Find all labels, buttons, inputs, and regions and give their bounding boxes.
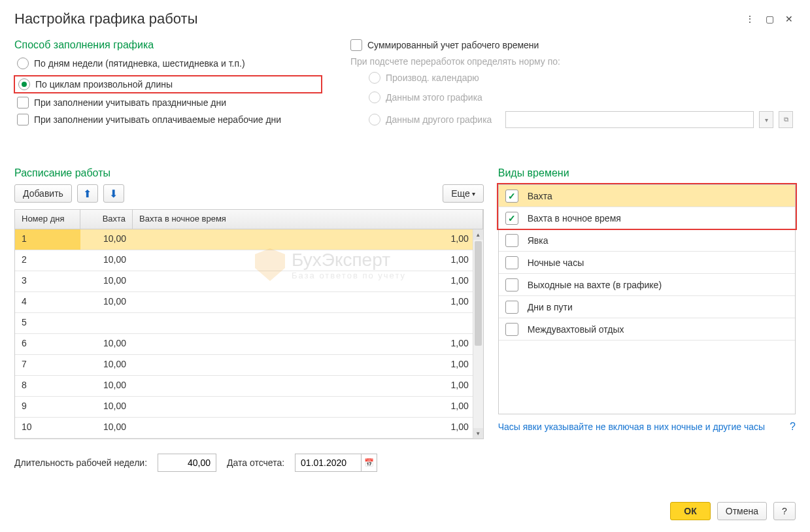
cell-shift: 10,00	[80, 355, 133, 375]
radio-norm-calendar: Производ. календарю	[366, 71, 796, 85]
time-type-label: Ночные часы	[528, 258, 584, 268]
checkbox-label: При заполнении учитывать праздничные дни	[34, 97, 226, 108]
window-title: Настройка графика работы	[14, 10, 197, 27]
checkbox-label: При заполнении учитывать оплачиваемые не…	[34, 114, 281, 125]
cell-day: 6	[15, 334, 80, 354]
checkbox-icon[interactable]	[505, 190, 518, 203]
cell-shift: 10,00	[80, 397, 133, 417]
radio-by-weekdays[interactable]: По дням недели (пятидневка, шестидневка …	[14, 56, 322, 71]
checkbox-paid-nonwork[interactable]: При заполнении учитывать оплачиваемые не…	[14, 114, 322, 125]
table-row[interactable]: 410,001,00	[15, 292, 483, 313]
cancel-button[interactable]: Отмена	[717, 502, 767, 520]
add-button[interactable]: Добавить	[14, 184, 72, 203]
radio-norm-other: Данным другого графика ▾ ⧉	[366, 110, 796, 129]
radio-icon	[369, 72, 380, 84]
cell-night: 1,00	[133, 397, 483, 417]
calendar-icon[interactable]: 📅	[361, 454, 377, 471]
checkbox-summed[interactable]: Суммированный учет рабочего времени	[348, 39, 796, 51]
checkbox-icon	[17, 114, 29, 125]
checkbox-icon[interactable]	[505, 278, 518, 291]
cell-night: 1,00	[133, 292, 483, 312]
cell-night: 1,00	[133, 271, 483, 291]
cell-shift: 10,00	[80, 418, 133, 438]
time-type-row[interactable]: Дни в пути	[499, 296, 795, 318]
table-row[interactable]: 5	[15, 313, 483, 334]
help-button[interactable]: ?	[773, 502, 796, 520]
move-down-button[interactable]: ⬇	[103, 184, 124, 203]
cell-day: 5	[15, 313, 80, 333]
scroll-down-icon[interactable]: ▼	[473, 428, 483, 439]
radio-by-cycles[interactable]: По циклам произвольной длины	[14, 76, 322, 93]
time-type-row[interactable]: Вахта	[499, 185, 795, 207]
col-shift[interactable]: Вахта	[80, 210, 133, 229]
col-day-number[interactable]: Номер дня	[15, 210, 80, 229]
time-type-label: Явка	[528, 235, 548, 246]
more-button[interactable]: Еще	[443, 184, 484, 203]
radio-icon	[369, 114, 380, 125]
radio-label: Данным другого графика	[386, 114, 500, 125]
time-type-row[interactable]: Явка	[499, 229, 795, 252]
table-row[interactable]: 210,001,00	[15, 250, 483, 271]
cell-day: 9	[15, 397, 80, 417]
close-icon[interactable]: ✕	[783, 12, 796, 25]
radio-icon	[18, 78, 30, 90]
checkbox-icon[interactable]	[505, 256, 518, 269]
checkbox-icon[interactable]	[505, 323, 518, 336]
time-type-label: Выходные на вахте (в графике)	[528, 280, 662, 290]
time-type-row[interactable]: Междувахтовый отдых	[499, 318, 795, 341]
maximize-icon[interactable]: ▢	[763, 12, 776, 25]
cell-day: 10	[15, 418, 80, 438]
time-type-row[interactable]: Вахта в ночное время	[499, 207, 795, 229]
cell-shift: 10,00	[80, 271, 133, 291]
time-type-row[interactable]: Ночные часы	[499, 252, 795, 274]
checkbox-icon[interactable]	[505, 301, 518, 314]
radio-label: Данным этого графика	[386, 92, 482, 103]
table-row[interactable]: 910,001,00	[15, 397, 483, 418]
table-row[interactable]: 110,001,00	[15, 229, 483, 250]
other-schedule-select	[505, 111, 754, 128]
cell-night: 1,00	[133, 334, 483, 354]
scroll-thumb[interactable]	[475, 241, 482, 346]
kebab-icon[interactable]: ⋮	[743, 12, 756, 25]
open-icon: ⧉	[779, 111, 793, 128]
schedule-table: Номер дня Вахта Вахта в ночное время 110…	[14, 209, 484, 439]
time-type-row[interactable]: Выходные на вахте (в графике)	[499, 274, 795, 296]
start-date-label: Дата отсчета:	[227, 457, 284, 468]
cell-day: 3	[15, 271, 80, 291]
arrow-down-icon: ⬇	[109, 188, 118, 200]
radio-norm-this: Данным этого графика	[366, 90, 796, 105]
fill-method-title: Способ заполнения графика	[14, 39, 322, 51]
cell-day: 1	[15, 229, 80, 250]
time-type-label: Вахта	[528, 191, 552, 201]
table-row[interactable]: 310,001,00	[15, 271, 483, 292]
table-row[interactable]: 610,001,00	[15, 334, 483, 355]
time-type-label: Вахта в ночное время	[528, 213, 621, 224]
cell-day: 8	[15, 376, 80, 396]
cell-night: 1,00	[133, 229, 483, 250]
cell-day: 2	[15, 250, 80, 271]
norm-label: При подсчете переработок определять норм…	[350, 56, 796, 67]
scrollbar[interactable]: ▲ ▼	[473, 229, 483, 439]
radio-label: По дням недели (пятидневка, шестидневка …	[34, 58, 245, 69]
checkbox-icon	[350, 39, 362, 51]
week-length-input[interactable]	[158, 454, 216, 472]
time-types-title: Виды времени	[498, 167, 796, 179]
table-row[interactable]: 810,001,00	[15, 376, 483, 397]
move-up-button[interactable]: ⬆	[77, 184, 98, 203]
help-icon[interactable]: ?	[790, 421, 796, 433]
week-length-label: Длительность рабочей недели:	[14, 457, 147, 468]
checkbox-icon[interactable]	[505, 234, 518, 247]
ok-button[interactable]: ОК	[670, 502, 710, 520]
cell-shift: 10,00	[80, 334, 133, 354]
table-row[interactable]: 1010,001,00	[15, 418, 483, 439]
col-night-shift[interactable]: Вахта в ночное время	[133, 210, 483, 229]
table-row[interactable]: 710,001,00	[15, 355, 483, 376]
start-date-input[interactable]	[295, 457, 361, 468]
cell-night	[133, 313, 483, 333]
radio-icon	[369, 91, 380, 103]
checkbox-holidays[interactable]: При заполнении учитывать праздничные дни	[14, 97, 322, 108]
scroll-up-icon[interactable]: ▲	[473, 229, 483, 240]
cell-shift: 10,00	[80, 229, 133, 250]
cell-shift	[80, 313, 133, 333]
checkbox-icon[interactable]	[505, 212, 518, 225]
